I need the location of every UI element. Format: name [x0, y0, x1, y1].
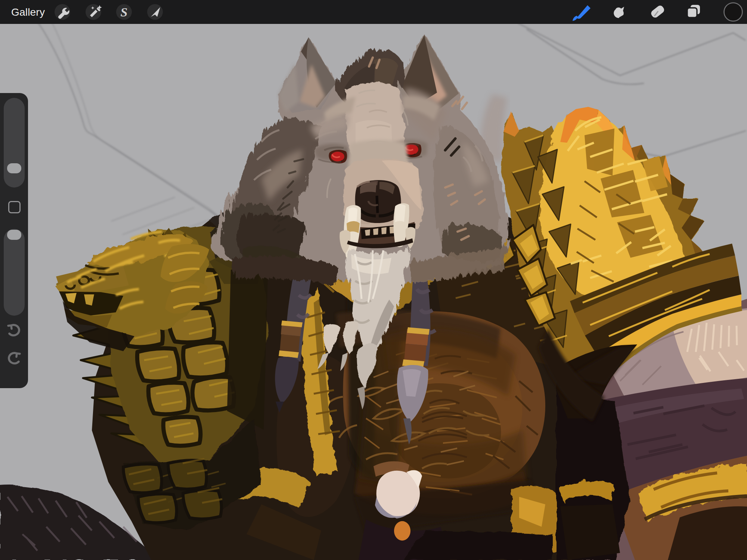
svg-text:S: S: [121, 5, 128, 19]
